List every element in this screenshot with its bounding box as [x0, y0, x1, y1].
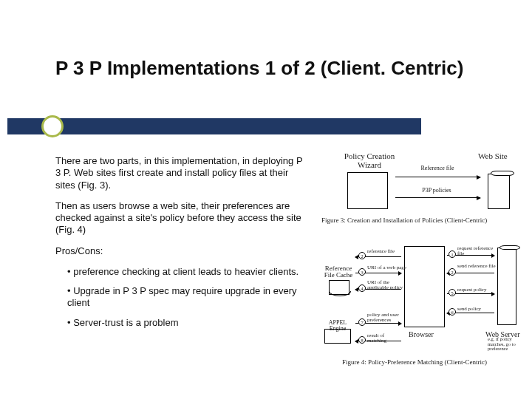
fig3-caption: Figure 3: Creation and Installation of P…	[321, 216, 525, 224]
step-num: 2	[449, 268, 456, 276]
step-num: 4	[358, 284, 366, 292]
slide-title: P 3 P Implementations 1 of 2 (Client. Ce…	[55, 58, 469, 80]
accent-circle-icon	[41, 115, 64, 137]
fig3-server-icon	[488, 174, 510, 209]
fig4-refcache-label: Reference File Cache	[319, 265, 358, 279]
step-num: 1	[449, 250, 456, 258]
fig4-browser-box-icon	[404, 246, 445, 327]
figures: Policy Creation Wizard Web Site Referenc…	[321, 151, 525, 375]
fig4-browser-label: Browser	[409, 330, 434, 338]
body-text: There are two parts, in this implementat…	[55, 155, 310, 336]
fig4-r2: send reference file	[457, 264, 497, 269]
fig4-caption: Figure 4: Policy-Preference Matching (Cl…	[342, 358, 527, 366]
paragraph-3: Pros/Cons:	[55, 245, 310, 257]
fig3-wizard-box-icon	[347, 172, 388, 209]
fig4-l1: reference file	[367, 249, 408, 254]
step-num: 8	[358, 336, 366, 344]
step-num: 6	[449, 308, 456, 316]
fig3-ref-arrow-icon	[395, 177, 480, 177]
step-num: 7	[358, 318, 366, 326]
fig4-appel-box-icon	[324, 329, 351, 344]
step-num: 5	[449, 289, 456, 296]
fig4-r4: send policy	[457, 307, 497, 312]
figure-4: Reference File Cache Browser Web Server …	[321, 242, 525, 375]
fig4-l4: policy and user preferences	[367, 313, 404, 323]
bullet-3: • Server-trust is a problem	[67, 317, 310, 329]
fig4-l2: URI of a web page	[367, 265, 408, 270]
bullet-1: • preference checking at client leads to…	[67, 266, 310, 278]
fig4-refcache-icon	[329, 280, 349, 295]
fig3-p3p-text: P3P policies	[415, 187, 459, 194]
title-underline	[7, 118, 421, 134]
figure-3: Policy Creation Wizard Web Site Referenc…	[321, 151, 525, 233]
fig4-l5: result of matching	[367, 333, 404, 344]
paragraph-1: There are two parts, in this implementat…	[55, 155, 310, 191]
bullet-list: • preference checking at client leads to…	[67, 266, 310, 329]
step-num: 2	[358, 252, 366, 259]
step-num: 3	[358, 268, 366, 276]
fig4-r1: request reference file	[457, 246, 497, 256]
paragraph-2: Then as users browse a web site, their p…	[55, 200, 310, 236]
fig3-p3p-arrow-icon	[395, 197, 480, 198]
fig3-website-label: Web Site	[478, 151, 508, 160]
fig4-pref-note: e.g. if policy matches, go to preference	[488, 337, 523, 352]
fig3-ref-text: Reference file	[412, 165, 463, 171]
fig4-l3: URI of the applicable policy	[367, 280, 404, 290]
bullet-2: • Upgrade in P 3 P spec may require upgr…	[67, 285, 310, 310]
fig4-r3: request policy	[457, 287, 497, 293]
fig3-wizard-label: Policy Creation Wizard	[336, 151, 403, 169]
fig4-server-icon	[497, 248, 516, 325]
